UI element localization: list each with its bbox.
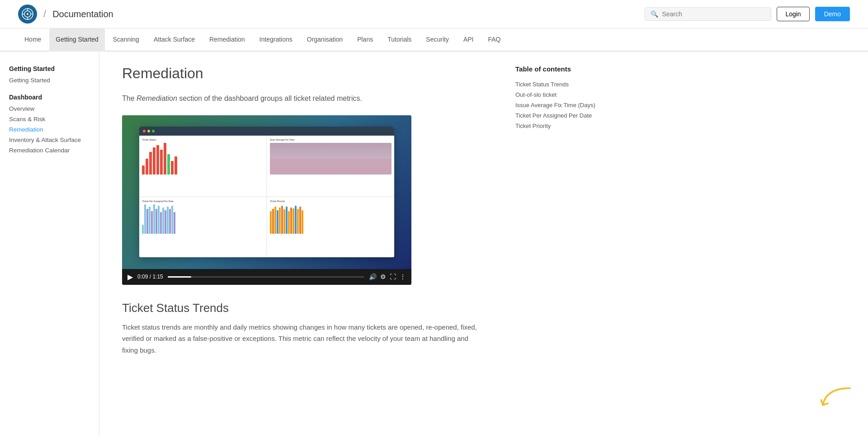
demo-button[interactable]: Demo xyxy=(815,7,850,21)
toc-link-ticket-per-assigned[interactable]: Ticket Per Assigned Per Date xyxy=(515,110,597,121)
nav-item-security[interactable]: Security xyxy=(420,28,455,52)
bar-2 xyxy=(146,159,148,175)
page-title: Remediation xyxy=(122,65,484,82)
dash-header xyxy=(139,127,394,136)
login-button[interactable]: Login xyxy=(777,7,809,21)
page-layout: Getting Started Getting Started Dashboar… xyxy=(0,52,868,436)
header-right: 🔍 Login Demo xyxy=(645,7,850,21)
dash-panel-title-1: Ticket Status xyxy=(142,138,264,141)
dash-panel-ticket-status: Ticket Status xyxy=(139,136,266,196)
section-heading-ticket-status: Ticket Status Trends xyxy=(122,301,484,315)
sidebar: Getting Started Getting Started Dashboar… xyxy=(0,52,99,436)
search-input[interactable] xyxy=(662,10,765,18)
nav-item-home[interactable]: Home xyxy=(18,28,47,52)
window-dot-yellow xyxy=(147,130,150,132)
play-button[interactable]: ▶ xyxy=(127,273,133,281)
sidebar-link-remediation-calendar[interactable]: Remediation Calendar xyxy=(9,145,90,156)
bar-6 xyxy=(160,150,163,175)
section-body-ticket-status: Ticket status trends are monthly and dai… xyxy=(122,321,484,356)
dash-content: Ticket Status xyxy=(139,136,394,257)
nav-item-faq[interactable]: FAQ xyxy=(482,28,507,52)
toc-link-avg-fix-time[interactable]: Issue Average Fix Time (Days) xyxy=(515,100,597,110)
intro-suffix: section of the dashboard groups all tick… xyxy=(177,94,362,102)
logo-icon xyxy=(18,5,37,24)
toc-link-out-of-slo[interactable]: Out-of-slo ticket xyxy=(515,90,597,100)
toc-title: Table of contents xyxy=(515,65,597,73)
bar-3 xyxy=(149,152,152,175)
nav-item-tutorials[interactable]: Tutorials xyxy=(381,28,418,52)
intro-italic: Remediation xyxy=(137,94,177,102)
bar-5 xyxy=(156,145,159,175)
area-chart xyxy=(270,143,392,175)
dash-panel-title-2: Scan Average Fix Time xyxy=(270,138,392,141)
video-controls: ▶ 0:09 / 1:15 🔊 ⚙ ⛶ ⋮ xyxy=(122,269,411,285)
nav-item-api[interactable]: API xyxy=(457,28,480,52)
main-content: Remediation The Remediation section of t… xyxy=(99,52,506,436)
search-box[interactable]: 🔍 xyxy=(645,7,771,21)
bar-10 xyxy=(175,156,177,175)
more-icon[interactable]: ⋮ xyxy=(400,273,406,280)
toc-link-ticket-status[interactable]: Ticket Status Trends xyxy=(515,79,597,90)
sidebar-link-scans-risk[interactable]: Scans & Risk xyxy=(9,114,90,124)
sidebar-section-dashboard: Dashboard Overview Scans & Risk Remediat… xyxy=(9,94,90,156)
logo-text: Documentation xyxy=(52,9,113,19)
progress-bar[interactable] xyxy=(168,276,364,278)
video-thumbnail: Ticket Status xyxy=(122,115,411,269)
bar-7 xyxy=(164,143,166,175)
search-icon: 🔍 xyxy=(651,10,658,18)
progress-fill xyxy=(168,276,191,278)
toc-panel: Table of contents Ticket Status Trends O… xyxy=(506,52,606,436)
bar-9 xyxy=(171,161,174,175)
bars-blue xyxy=(142,204,264,234)
time-display: 0:09 / 1:15 xyxy=(137,274,163,280)
volume-icon[interactable]: 🔊 xyxy=(369,273,377,280)
nav-item-attack-surface[interactable]: Attack Surface xyxy=(147,28,201,52)
sidebar-section-getting-started: Getting Started Getting Started xyxy=(9,65,90,85)
intro-prefix: The xyxy=(122,94,137,102)
main-nav: Home Getting Started Scanning Attack Sur… xyxy=(0,28,868,52)
dashboard-mockup: Ticket Status xyxy=(139,127,394,257)
nav-item-remediation[interactable]: Remediation xyxy=(203,28,251,52)
sidebar-link-getting-started[interactable]: Getting Started xyxy=(9,75,90,85)
logo-divider: / xyxy=(43,8,46,20)
dash-panel-avg-fix: Scan Average Fix Time xyxy=(267,136,394,196)
fullscreen-icon[interactable]: ⛶ xyxy=(390,273,396,280)
svg-point-2 xyxy=(27,13,28,15)
control-icons: 🔊 ⚙ ⛶ ⋮ xyxy=(369,273,406,280)
sidebar-link-inventory-attack-surface[interactable]: Inventory & Attack Surface xyxy=(9,135,90,145)
top-header: / Documentation 🔍 Login Demo xyxy=(0,0,868,28)
nav-item-organisation[interactable]: Organisation xyxy=(301,28,349,52)
dash-panel-title-4: Ticket Priority xyxy=(270,200,392,203)
toc-link-ticket-priority[interactable]: Ticket Priority xyxy=(515,121,597,131)
window-dot-green xyxy=(152,130,155,132)
window-dot-red xyxy=(143,130,146,132)
arrow-decoration xyxy=(818,385,854,412)
sidebar-section-title-dashboard: Dashboard xyxy=(9,94,90,101)
nav-item-plans[interactable]: Plans xyxy=(351,28,379,52)
dash-panel-ticket-priority: Ticket Priority xyxy=(267,197,394,258)
bars-chart xyxy=(142,143,264,175)
sidebar-link-remediation[interactable]: Remediation xyxy=(9,124,90,135)
intro-text: The Remediation section of the dashboard… xyxy=(122,93,484,104)
sidebar-link-overview[interactable]: Overview xyxy=(9,104,90,114)
dash-panel-title-3: Ticket Per Assigned Per Date xyxy=(142,200,264,203)
logo-area: / Documentation xyxy=(18,5,113,24)
dash-panel-ticket-per-assigned: Ticket Per Assigned Per Date xyxy=(139,197,266,258)
nav-item-scanning[interactable]: Scanning xyxy=(107,28,146,52)
nav-item-integrations[interactable]: Integrations xyxy=(253,28,299,52)
settings-icon[interactable]: ⚙ xyxy=(380,273,386,280)
nav-item-getting-started[interactable]: Getting Started xyxy=(49,28,104,52)
bar-1 xyxy=(142,165,145,175)
bar-4 xyxy=(153,147,156,175)
bars-orange xyxy=(270,204,392,234)
bar-8 xyxy=(167,154,170,175)
sidebar-section-title-getting-started: Getting Started xyxy=(9,65,90,72)
video-player[interactable]: Ticket Status xyxy=(122,115,411,285)
